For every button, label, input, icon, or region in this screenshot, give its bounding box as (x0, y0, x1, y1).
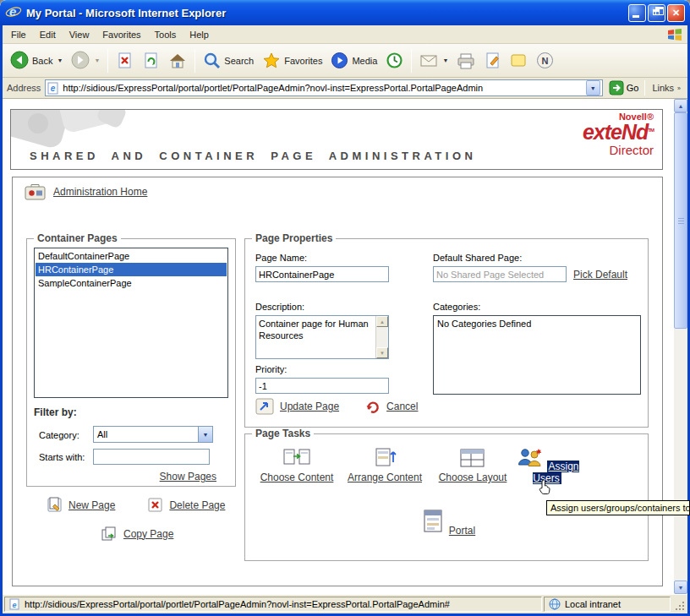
description-textarea[interactable]: Container page for Human Resources ▲ ▼ (255, 315, 389, 359)
minimize-button[interactable] (628, 4, 646, 22)
browser-window: e My Portal - Microsoft Internet Explore… (0, 0, 690, 616)
update-page-label: Update Page (280, 401, 339, 412)
copy-page-link[interactable]: Copy Page (101, 526, 173, 542)
history-button[interactable] (381, 49, 408, 72)
discuss-button[interactable] (506, 50, 532, 71)
search-button[interactable]: Search (199, 49, 258, 72)
home-button[interactable] (164, 49, 191, 72)
title-bar: e My Portal - Microsoft Internet Explore… (0, 0, 690, 25)
cancel-link[interactable]: Cancel (364, 399, 418, 414)
textarea-scrollbar[interactable]: ▲ ▼ (375, 316, 388, 358)
home-icon (168, 52, 187, 69)
priority-input[interactable] (255, 378, 389, 394)
menu-help[interactable]: Help (183, 27, 216, 42)
links-button[interactable]: Links » (649, 83, 683, 93)
task-arrange-content[interactable]: Arrange Content (342, 446, 427, 483)
description-text: Container page for Human Resources (256, 316, 375, 358)
restore-button[interactable] (648, 4, 665, 22)
starts-with-input[interactable] (93, 449, 210, 465)
brand-director: Director (583, 144, 654, 156)
window-title: My Portal - Microsoft Internet Explorer (26, 7, 226, 19)
task-label: Portal (449, 525, 475, 537)
address-input[interactable]: e http://sidious/ExpressPortal/portal/po… (45, 79, 602, 96)
menu-tools[interactable]: Tools (148, 27, 183, 42)
messenger-icon: N (536, 52, 554, 69)
menu-favorites[interactable]: Favorites (96, 27, 147, 42)
cancel-label: Cancel (386, 401, 418, 412)
svg-text:e: e (51, 84, 56, 93)
scrollbar-thumb[interactable] (674, 112, 687, 329)
page-name-label: Page Name: (255, 253, 307, 263)
delete-page-link[interactable]: Delete Page (147, 497, 225, 513)
assign-users-icon (515, 446, 544, 472)
assign-users-tooltip: Assign users/groups/containers to v (546, 500, 690, 515)
forward-button[interactable]: ▼ (67, 48, 104, 74)
categories-listbox[interactable]: No Categories Defined (433, 315, 641, 395)
new-page-link[interactable]: New Page (47, 497, 115, 513)
go-icon (609, 80, 624, 95)
address-dropdown-button[interactable]: ▼ (586, 80, 600, 95)
show-pages-link[interactable]: Show Pages (160, 471, 216, 482)
page-properties-fieldset: Page Properties Page Name: Default Share… (244, 238, 649, 428)
messenger-button[interactable]: N (532, 49, 558, 72)
arrange-content-icon (370, 446, 399, 472)
ie-app-icon[interactable]: e (5, 4, 22, 21)
administration-home-label: Administration Home (53, 186, 147, 198)
toolbar-separator (411, 49, 412, 73)
scroll-down-arrow[interactable]: ▼ (674, 581, 687, 594)
cancel-icon (364, 399, 381, 414)
ie-page-icon: e (47, 82, 59, 95)
scroll-up-arrow[interactable]: ▲ (674, 99, 687, 112)
menu-view[interactable]: View (63, 27, 96, 42)
window-frame-left (0, 25, 3, 616)
administration-home-link[interactable]: Administration Home (25, 183, 147, 201)
menu-edit[interactable]: Edit (33, 27, 63, 42)
puzzle-decoration (28, 113, 48, 134)
list-item[interactable]: SampleContainerPage (36, 276, 227, 290)
mail-button[interactable]: ▼ (415, 51, 452, 71)
go-label: Go (627, 83, 639, 93)
update-page-icon (255, 398, 274, 415)
media-button[interactable]: Media (326, 49, 381, 72)
page-title: SHARED AND CONTAINER PAGE ADMINISTRATION (30, 150, 476, 162)
choose-layout-icon (458, 446, 487, 472)
favorites-button[interactable]: Favorites (258, 49, 326, 72)
category-select[interactable]: All ▼ (93, 426, 213, 443)
chevron-down-icon[interactable]: ▼ (198, 427, 212, 442)
page-name-input[interactable] (255, 266, 389, 282)
print-icon (457, 52, 475, 69)
go-button[interactable]: Go (607, 80, 641, 95)
security-zone-panel: Local intranet (544, 597, 671, 612)
browser-toolbar: Back ▼ ▼ Search Favorites (3, 44, 687, 78)
menu-file[interactable]: File (4, 27, 33, 42)
choose-content-icon (282, 446, 311, 472)
list-item[interactable]: DefaultContainerPage (36, 249, 227, 263)
category-selected-value: All (97, 429, 107, 439)
task-choose-content[interactable]: Choose Content (255, 446, 339, 483)
refresh-button[interactable] (138, 49, 164, 72)
print-button[interactable] (452, 50, 479, 72)
category-label: Category: (39, 430, 79, 440)
pick-default-link[interactable]: Pick Default (573, 269, 627, 281)
back-button[interactable]: Back ▼ (6, 48, 67, 74)
task-portal[interactable]: Portal (417, 509, 478, 537)
vertical-scrollbar[interactable]: ▲ ▼ (674, 99, 687, 594)
edit-button[interactable] (479, 49, 506, 72)
stop-button[interactable] (112, 49, 138, 72)
history-icon (386, 52, 403, 69)
description-label: Description: (255, 302, 304, 312)
task-label: Arrange Content (348, 472, 422, 483)
resize-grip[interactable] (672, 597, 686, 612)
update-page-link[interactable]: Update Page (255, 398, 339, 415)
page-content: SHARED AND CONTAINER PAGE ADMINISTRATION… (3, 99, 674, 594)
scroll-down-icon[interactable]: ▼ (376, 347, 388, 358)
default-shared-page-input[interactable] (433, 266, 567, 282)
list-item-selected[interactable]: HRContainerPage (36, 263, 227, 276)
edit-icon (484, 52, 501, 69)
scroll-up-icon[interactable]: ▲ (376, 316, 388, 327)
admin-home-icon (25, 183, 47, 201)
container-pages-fieldset: Container Pages DefaultContainerPage HRC… (26, 238, 236, 487)
task-choose-layout[interactable]: Choose Layout (430, 446, 515, 483)
close-button[interactable]: ✕ (667, 4, 685, 22)
container-pages-listbox[interactable]: DefaultContainerPage HRContainerPage Sam… (34, 248, 228, 398)
